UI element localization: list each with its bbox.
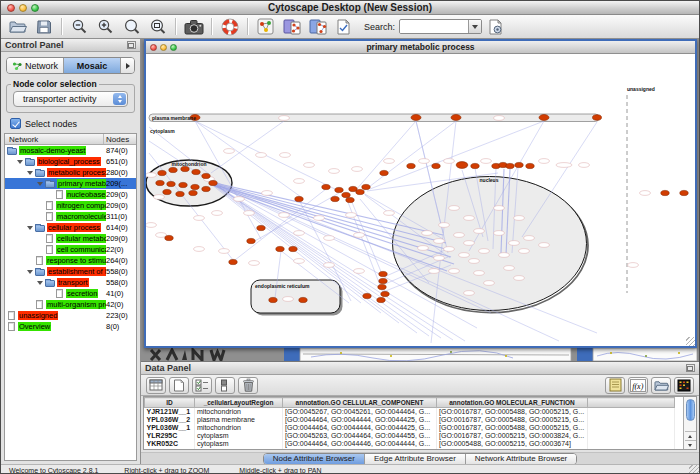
delete-attribute-trash-icon[interactable] [238,377,258,394]
network-node[interactable] [335,187,343,192]
search-dropdown-button[interactable] [468,19,481,34]
node-label[interactable] [444,159,455,164]
float-panel-icon[interactable] [686,364,695,372]
expander-icon[interactable] [27,171,33,175]
node-label[interactable] [519,249,530,254]
layout-network-a-icon[interactable] [279,16,304,38]
tab-node-attribute-browser[interactable]: Node Attribute Browser [264,454,365,464]
node-color-select[interactable]: transporter activity [13,91,128,107]
tree-row-transport[interactable]: transport558(0) [5,277,136,288]
node-label[interactable] [279,116,290,121]
table-row[interactable]: YJR121W__1mitochondrion[GO:0045267, GO:0… [145,408,675,416]
tab-edge-attribute-browser[interactable]: Edge Attribute Browser [365,454,466,464]
tree-row-cellular-metabo[interactable]: cellular metabo209(0) [5,233,136,244]
table-row[interactable]: YPL036W__2plasma membrane[GO:0044464, GO… [145,416,675,424]
network-node[interactable] [257,225,265,230]
table-row[interactable]: YLR295Ccytoplasm[GO:0045263, GO:0044464,… [145,432,675,440]
node-label[interactable] [146,173,157,178]
node-label[interactable] [439,223,450,228]
tree-row-unassigned[interactable]: unassigned223(0) [5,310,136,321]
node-label[interactable] [484,281,495,286]
tree-row-multi-organism-pro[interactable]: multi-organism pro42(0) [5,299,136,310]
network-node[interactable] [432,163,440,168]
network-node[interactable] [169,167,177,172]
node-label[interactable] [324,236,335,241]
node-label[interactable] [212,211,223,216]
network-node[interactable] [269,297,277,302]
network-window-titlebar[interactable]: primary metabolic process [146,41,695,54]
network-node[interactable] [191,184,199,189]
network-node[interactable] [515,162,523,167]
network-node[interactable] [202,186,210,191]
node-label[interactable] [539,159,550,164]
tree-row-cell-communicat[interactable]: cell communicat22(0) [5,244,136,255]
node-label[interactable] [294,231,305,236]
network-node[interactable] [379,278,387,283]
tab-overflow-button[interactable] [121,58,134,73]
node-label[interactable] [219,249,230,254]
node-label[interactable] [194,216,205,221]
network-node[interactable] [526,163,534,168]
node-label[interactable] [499,253,510,258]
network-node[interactable] [680,190,688,195]
node-label[interactable] [384,159,395,164]
float-panel-icon[interactable] [127,41,136,49]
node-label[interactable] [464,216,475,221]
node-label[interactable] [249,261,260,266]
node-label[interactable] [419,159,430,164]
network-node[interactable] [407,163,415,168]
save-session-icon[interactable] [31,16,56,38]
select-attributes-icon[interactable] [192,377,212,394]
node-label[interactable] [514,276,525,281]
network-node[interactable] [163,189,171,194]
node-label[interactable] [464,241,475,246]
network-node[interactable] [331,196,339,201]
node-label[interactable] [324,263,335,268]
node-label[interactable] [434,256,445,261]
network-node[interactable] [377,297,385,302]
network-node[interactable] [378,284,386,289]
network-node[interactable] [356,189,364,194]
tree-row-mosaic-demo-yeast[interactable]: mosaic-demo-yeast874(0) [5,145,136,156]
network-node[interactable] [661,190,669,195]
network-node[interactable] [299,297,307,302]
expander-icon[interactable] [37,281,43,285]
network-node[interactable] [471,163,479,168]
zoom-button[interactable] [31,4,39,12]
minimize-button[interactable] [19,4,27,12]
network-node[interactable] [322,184,330,189]
network-view-window[interactable]: primary metabolic process [144,39,697,348]
network-node[interactable] [181,166,189,171]
node-label[interactable] [504,266,515,271]
node-label[interactable] [194,247,205,252]
network-canvas[interactable]: plasma membrane cytoplasm mitochondrion … [146,54,695,346]
node-label[interactable] [354,269,365,274]
minimize-button[interactable] [160,44,167,51]
import-attributes-folder-icon[interactable] [651,377,671,394]
close-button[interactable] [7,4,15,12]
node-label[interactable] [514,216,525,221]
table-scrollbar[interactable] [683,397,696,449]
node-label[interactable] [352,167,363,172]
node-label[interactable] [224,149,235,154]
attribute-grid-icon[interactable] [146,377,166,394]
node-label[interactable] [640,191,651,196]
tree-row-nitrogen-compo[interactable]: nitrogen compo209(0) [5,200,136,211]
network-node[interactable] [363,293,371,298]
node-label[interactable] [354,233,365,238]
window-resize-grip[interactable] [686,337,695,346]
zoom-to-fit-icon[interactable] [145,16,170,38]
network-node[interactable] [451,115,461,121]
node-label[interactable] [262,191,273,196]
node-label[interactable] [294,259,305,264]
vizmapper-icon[interactable] [253,16,278,38]
column-header[interactable]: annotation.GO MOLECULAR_FUNCTION [437,398,588,408]
node-label[interactable] [283,297,294,302]
network-node[interactable] [346,197,354,202]
node-label[interactable] [494,116,505,121]
node-label[interactable] [279,213,290,218]
formula-builder-icon[interactable]: f(x) [628,377,648,394]
node-label[interactable] [474,229,485,234]
attribute-matrix-icon[interactable] [674,377,694,394]
network-node[interactable] [202,173,210,178]
